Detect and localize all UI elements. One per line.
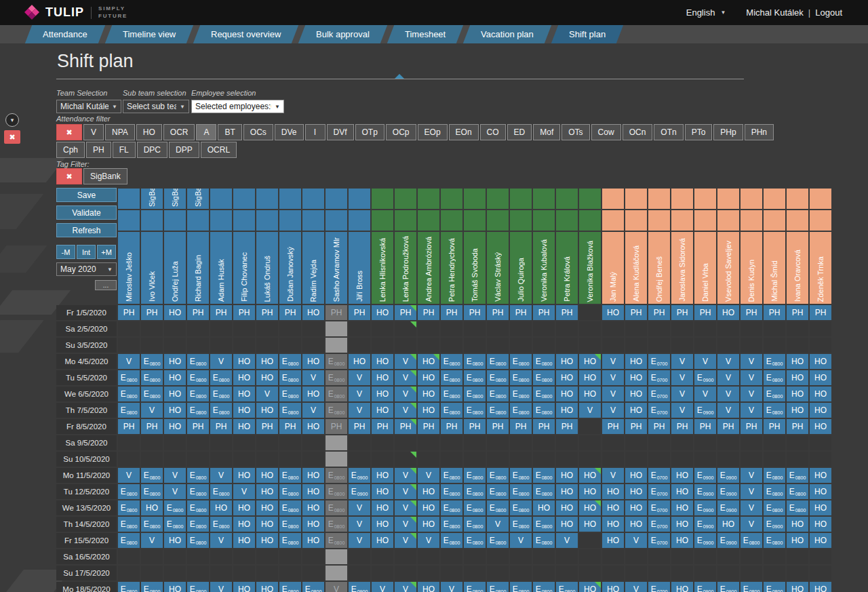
shift-cell[interactable]: E0800	[118, 370, 140, 385]
shift-cell[interactable]	[164, 338, 186, 353]
attendance-filter-v[interactable]: V	[83, 124, 104, 140]
shift-cell[interactable]	[164, 566, 186, 580]
shift-cell[interactable]: V	[326, 582, 347, 592]
shift-cell[interactable]: HO	[233, 468, 255, 483]
shift-cell[interactable]: HO	[302, 533, 324, 548]
shift-cell[interactable]: E0800	[487, 582, 509, 592]
shift-cell[interactable]	[717, 549, 739, 564]
shift-cell[interactable]: E0900	[717, 484, 739, 499]
shift-cell[interactable]	[464, 321, 486, 336]
shift-cell[interactable]: PH	[210, 305, 232, 320]
shift-cell[interactable]: E0800	[279, 370, 301, 385]
shift-cell[interactable]: HO	[233, 517, 255, 532]
shift-cell[interactable]	[418, 321, 439, 336]
shift-cell[interactable]: HO	[256, 500, 278, 515]
employee-column-header[interactable]: Ondřej Beneš	[648, 232, 670, 304]
shift-cell[interactable]: V	[741, 517, 762, 532]
shift-cell[interactable]	[187, 452, 209, 467]
shift-cell[interactable]	[302, 321, 324, 336]
shift-cell[interactable]: E0700	[648, 468, 670, 483]
shift-cell[interactable]: E0800	[210, 370, 232, 385]
shift-cell[interactable]: E0800	[187, 484, 209, 499]
shift-cell[interactable]	[717, 566, 739, 580]
shift-cell[interactable]: PH	[533, 305, 555, 320]
month-select[interactable]: May 2020 ▼	[56, 262, 117, 276]
shift-cell[interactable]: E0800	[764, 582, 785, 592]
shift-cell[interactable]: HO	[256, 468, 278, 483]
shift-cell[interactable]	[510, 435, 532, 450]
shift-cell[interactable]	[487, 321, 509, 336]
shift-cell[interactable]: E0800	[533, 533, 555, 548]
shift-cell[interactable]	[717, 435, 739, 450]
attendance-filter-phn[interactable]: PHn	[745, 124, 774, 140]
shift-cell[interactable]: V	[671, 370, 693, 385]
subteam-select[interactable]: Select sub team ▼	[123, 100, 189, 113]
shift-cell[interactable]: HO	[418, 403, 439, 418]
tab-timeline-view[interactable]: Timeline view	[105, 25, 194, 43]
shift-cell[interactable]: PH	[671, 419, 693, 434]
shift-cell[interactable]: V	[510, 533, 532, 548]
shift-cell[interactable]: V	[717, 403, 739, 418]
shift-cell[interactable]: V	[441, 582, 462, 592]
shift-cell[interactable]	[602, 435, 624, 450]
shift-cell[interactable]: PH	[787, 305, 808, 320]
shift-cell[interactable]	[256, 435, 278, 450]
shift-cell[interactable]	[741, 435, 762, 450]
shift-cell[interactable]: E0800	[487, 484, 509, 499]
shift-cell[interactable]: HO	[787, 403, 808, 418]
shift-cell[interactable]: PH	[256, 305, 278, 320]
shift-cell[interactable]: E0800	[187, 354, 209, 369]
shift-cell[interactable]: E0900	[694, 517, 716, 532]
shift-cell[interactable]: HO	[372, 403, 393, 418]
attendance-filter-ocs[interactable]: OCs	[243, 124, 273, 140]
shift-cell[interactable]: E0800	[141, 354, 163, 369]
shift-cell[interactable]: E0800	[187, 403, 209, 418]
shift-cell[interactable]: HO	[602, 305, 624, 320]
shift-cell[interactable]: V	[741, 403, 762, 418]
shift-cell[interactable]: HO	[625, 387, 647, 401]
shift-cell[interactable]: HO	[671, 533, 693, 548]
shift-cell[interactable]: V	[395, 533, 416, 548]
shift-cell[interactable]	[648, 435, 670, 450]
shift-cell[interactable]	[326, 338, 347, 353]
logout-link[interactable]: Logout	[815, 7, 842, 18]
attendance-filter-otn[interactable]: OTn	[654, 124, 683, 140]
shift-cell[interactable]	[141, 549, 163, 564]
shift-cell[interactable]: HO	[418, 500, 439, 515]
shift-cell[interactable]: PH	[717, 419, 739, 434]
shift-cell[interactable]: HO	[579, 370, 601, 385]
shift-cell[interactable]: V	[694, 387, 716, 401]
shift-cell[interactable]: E0800	[487, 403, 509, 418]
shift-cell[interactable]: E0800	[210, 403, 232, 418]
shift-cell[interactable]: PH	[671, 305, 693, 320]
shift-cell[interactable]: HO	[164, 387, 186, 401]
employee-column-header[interactable]: Václav Stráský	[487, 232, 509, 304]
shift-cell[interactable]	[741, 321, 762, 336]
shift-cell[interactable]	[810, 452, 831, 467]
shift-cell[interactable]	[510, 338, 532, 353]
shift-cell[interactable]: E0800	[510, 370, 532, 385]
shift-cell[interactable]: V	[395, 517, 416, 532]
collapse-panel-triangle-icon[interactable]	[395, 74, 404, 79]
tab-timesheet[interactable]: Timesheet	[387, 25, 464, 43]
shift-cell[interactable]: E0800	[118, 582, 140, 592]
shift-cell[interactable]: V	[395, 387, 416, 401]
shift-cell[interactable]: HO	[164, 419, 186, 434]
shift-cell[interactable]: E0800	[787, 484, 808, 499]
attendance-filter-eon[interactable]: EOn	[449, 124, 479, 140]
shift-cell[interactable]	[487, 549, 509, 564]
shift-cell[interactable]: HO	[233, 354, 255, 369]
shift-cell[interactable]: HO	[372, 468, 393, 483]
shift-cell[interactable]	[648, 338, 670, 353]
shift-cell[interactable]	[694, 566, 716, 580]
shift-cell[interactable]: HO	[625, 403, 647, 418]
shift-cell[interactable]: HO	[256, 517, 278, 532]
shift-cell[interactable]: E0800	[764, 354, 785, 369]
shift-cell[interactable]	[349, 321, 370, 336]
shift-cell[interactable]: PH	[326, 305, 347, 320]
shift-cell[interactable]: PH	[648, 305, 670, 320]
shift-cell[interactable]: V	[210, 468, 232, 483]
shift-cell[interactable]	[648, 549, 670, 564]
close-panel-button[interactable]: ✖	[4, 130, 20, 144]
shift-cell[interactable]: V	[602, 370, 624, 385]
